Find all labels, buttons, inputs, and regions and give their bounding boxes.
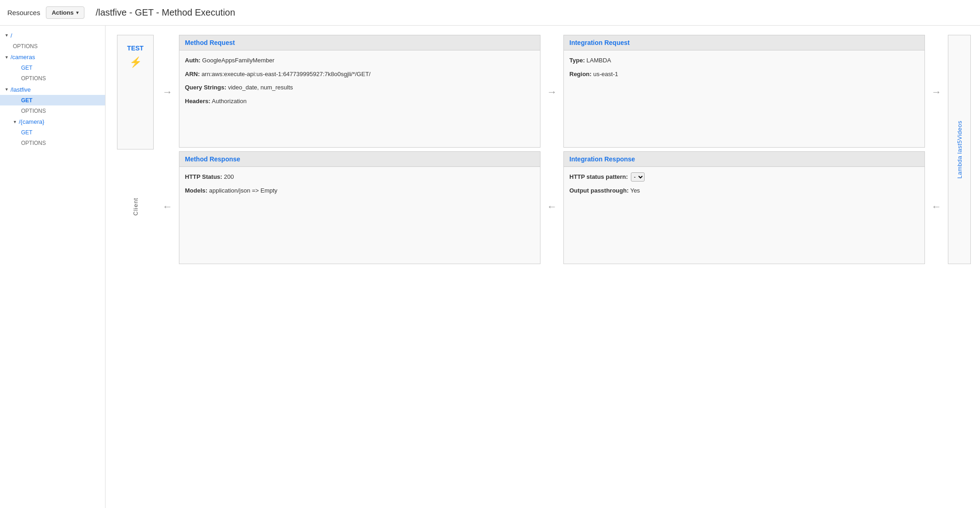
triangle-icon: ▼ [5, 87, 9, 92]
lambda-link[interactable]: Lambda last5Videos [956, 121, 963, 179]
method-request-link[interactable]: Method Request [185, 39, 235, 46]
method-request-headers: Headers: Authorization [185, 97, 535, 106]
method-request-header: Method Request [179, 35, 540, 50]
sidebar: ▼ / OPTIONS ▼ /cameras GET OPTIONS ▼ /la… [0, 26, 106, 508]
status-label: HTTP Status: [185, 173, 222, 180]
arn-value: arn:aws:execute-api:us-east-1:6477399959… [201, 71, 371, 77]
integration-request-region: Region: us-east-1 [569, 70, 919, 79]
sidebar-item-options-root[interactable]: OPTIONS [0, 41, 105, 51]
method-request-body: Auth: GoogleAppsFamilyMember ARN: arn:aw… [179, 50, 540, 116]
passthrough-value: Yes [630, 187, 640, 194]
headers-value: Authorization [212, 98, 247, 105]
arrow-right-middle-top: → [547, 86, 557, 98]
sidebar-item-label: /{camera} [19, 118, 45, 125]
qs-label: Query Strings: [185, 84, 226, 91]
sidebar-item-label: OPTIONS [21, 75, 46, 82]
integration-request-box: Integration Request Type: LAMBDA Region:… [563, 35, 925, 148]
headers-label: Headers: [185, 98, 211, 105]
sidebar-item-root[interactable]: ▼ / [0, 29, 105, 41]
sidebar-item-camera-get[interactable]: GET [0, 127, 105, 138]
integration-request-type: Type: LAMBDA [569, 56, 919, 65]
lambda-column: Lambda last5Videos [948, 35, 971, 264]
method-response-box: Method Response HTTP Status: 200 Models:… [179, 151, 540, 264]
client-label: Client [132, 198, 139, 215]
method-request-qs: Query Strings: video_date, num_results [185, 83, 535, 92]
sidebar-item-cameras-get[interactable]: GET [0, 62, 105, 73]
arrow-left-bottom: ← [162, 201, 173, 213]
integration-response-passthrough: Output passthrough: Yes [569, 186, 919, 195]
arn-label: ARN: [185, 71, 200, 77]
resources-label: Resources [7, 9, 40, 17]
triangle-icon: ▼ [5, 55, 9, 60]
method-response-models: Models: application/json => Empty [185, 186, 535, 195]
type-label: Type: [569, 57, 585, 64]
arrow-left-middle-bottom: ← [547, 201, 557, 213]
status-value: 200 [224, 173, 234, 180]
integration-response-link[interactable]: Integration Response [569, 155, 635, 163]
method-request-arn: ARN: arn:aws:execute-api:us-east-1:64773… [185, 70, 535, 79]
sidebar-item-label: GET [21, 97, 33, 104]
method-request-auth: Auth: GoogleAppsFamilyMember [185, 56, 535, 65]
sidebar-item-label: /cameras [11, 54, 35, 61]
integration-response-body: HTTP status pattern: - Output passthroug… [564, 167, 924, 205]
arrow-right-outer-top: → [931, 86, 941, 98]
http-status-pattern-select[interactable]: - [631, 172, 645, 182]
method-request-box: Method Request Auth: GoogleAppsFamilyMem… [179, 35, 540, 148]
region-label: Region: [569, 71, 591, 77]
integration-request-header: Integration Request [564, 35, 924, 50]
integration-response-header: Integration Response [564, 152, 924, 167]
actions-label: Actions [52, 9, 74, 16]
type-value: LAMBDA [586, 57, 611, 64]
chevron-down-icon: ▾ [76, 10, 78, 15]
models-value: application/json => Empty [209, 187, 278, 194]
sidebar-item-label: /lastfive [11, 86, 31, 93]
sidebar-item-label: GET [21, 129, 33, 136]
auth-label: Auth: [185, 57, 200, 64]
sidebar-item-label: GET [21, 65, 33, 71]
triangle-icon: ▼ [5, 33, 9, 38]
actions-button[interactable]: Actions ▾ [46, 6, 85, 19]
arrow-right-top: → [162, 86, 173, 98]
auth-value: GoogleAppsFamilyMember [202, 57, 275, 64]
arrow-left-outer-bottom: ← [931, 201, 941, 213]
sidebar-item-cameras-options[interactable]: OPTIONS [0, 73, 105, 83]
qs-value: video_date, num_results [228, 84, 293, 91]
sidebar-item-label: OPTIONS [13, 43, 38, 50]
method-response-body: HTTP Status: 200 Models: application/jso… [179, 167, 540, 205]
test-label: TEST [127, 44, 144, 52]
region-value: us-east-1 [593, 71, 618, 77]
method-response-header: Method Response [179, 152, 540, 167]
method-response-link[interactable]: Method Response [185, 155, 240, 163]
lightning-icon: ⚡ [129, 56, 142, 68]
sidebar-item-lastfive-options[interactable]: OPTIONS [0, 105, 105, 116]
method-response-status: HTTP Status: 200 [185, 172, 535, 182]
sidebar-item-cameras[interactable]: ▼ /cameras [0, 51, 105, 63]
sidebar-item-camera-options[interactable]: OPTIONS [0, 138, 105, 148]
integration-response-pattern: HTTP status pattern: - [569, 172, 919, 182]
models-label: Models: [185, 187, 207, 194]
sidebar-item-lastfive-get[interactable]: GET [0, 95, 105, 105]
sidebar-item-camera[interactable]: ▼ /{camera} [0, 116, 105, 127]
content-area: TEST ⚡ Client → ← [106, 26, 980, 508]
sidebar-item-lastfive[interactable]: ▼ /lastfive [0, 83, 105, 95]
page-title: /lastfive - GET - Method Execution [95, 7, 235, 18]
integration-response-box: Integration Response HTTP status pattern… [563, 151, 925, 264]
sidebar-item-label: OPTIONS [21, 140, 46, 146]
sidebar-item-label: OPTIONS [21, 108, 46, 114]
passthrough-label: Output passthrough: [569, 187, 629, 194]
method-execution-diagram: TEST ⚡ Client → ← [115, 35, 971, 264]
integration-request-link[interactable]: Integration Request [569, 39, 629, 46]
integration-request-body: Type: LAMBDA Region: us-east-1 [564, 50, 924, 88]
test-box[interactable]: TEST ⚡ [117, 35, 154, 149]
sidebar-item-label: / [11, 32, 12, 39]
triangle-icon: ▼ [13, 120, 17, 124]
pattern-label: HTTP status pattern: [569, 172, 628, 182]
